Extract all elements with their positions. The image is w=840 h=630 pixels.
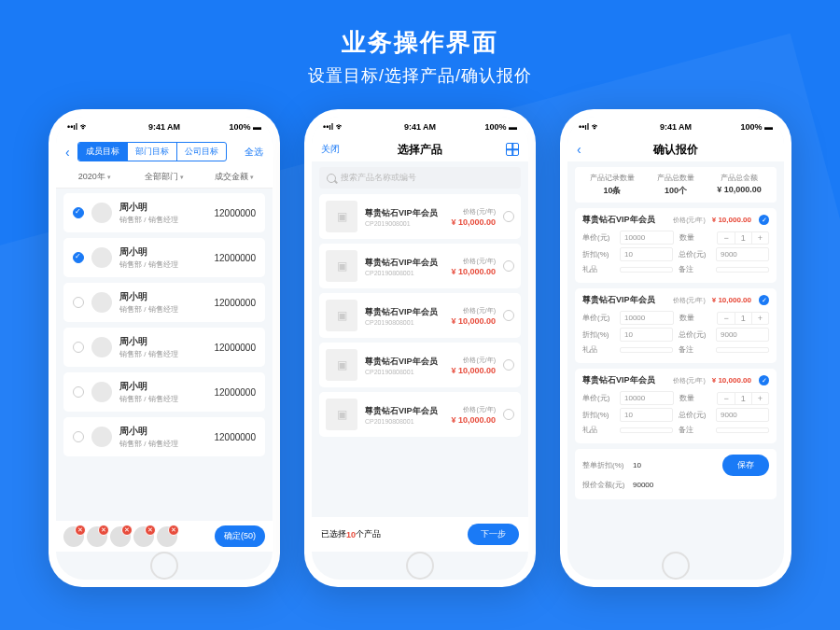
selected-avatar[interactable] (110, 526, 131, 547)
tab-company[interactable]: 公司目标 (177, 143, 226, 161)
quote-card: 尊贵钻石VIP年会员价格(元/年)¥ 10,000.00✓ 单价(元)10000… (575, 369, 777, 443)
member-row[interactable]: 周小明销售部 / 销售经理 12000000 (63, 193, 265, 232)
image-icon: ▣ (326, 349, 357, 381)
note-input[interactable] (716, 347, 769, 353)
grid-view-icon[interactable] (506, 143, 519, 156)
tab-dept[interactable]: 部门目标 (128, 143, 177, 161)
member-row[interactable]: 周小明销售部 / 销售经理 12000000 (63, 372, 265, 412)
selected-avatar[interactable] (133, 526, 154, 547)
radio-icon[interactable] (73, 297, 84, 308)
price-value: ¥ 10,000.00 (451, 267, 496, 276)
qty-stepper[interactable]: −1+ (717, 231, 769, 245)
total-input[interactable]: 9000 (716, 247, 769, 261)
discount-input[interactable]: 10 (620, 328, 673, 342)
member-row[interactable]: 周小明销售部 / 销售经理 12000000 (63, 283, 265, 322)
avatar (91, 292, 112, 313)
filter-year[interactable]: 2020年▾ (60, 171, 130, 183)
qty-stepper[interactable]: −1+ (717, 392, 769, 405)
signal-icon: ••ıl ᯤ (67, 122, 89, 132)
avatar (91, 427, 112, 447)
plus-icon[interactable]: + (752, 232, 768, 244)
next-button[interactable]: 下一步 (468, 524, 519, 545)
price-value: ¥ 10,000.00 (712, 376, 751, 385)
radio-icon[interactable] (73, 342, 84, 353)
total-input[interactable]: 9000 (716, 408, 769, 422)
member-dept: 销售部 / 销售经理 (119, 215, 207, 225)
confirm-button[interactable]: 确定(50) (215, 525, 265, 547)
radio-icon[interactable] (73, 252, 84, 263)
discount-input[interactable]: 10 (620, 247, 673, 261)
product-row[interactable]: ▣ 尊贵钻石VIP年会员CP20190808001 价格(元/年)¥ 10,00… (319, 293, 521, 338)
member-dept: 销售部 / 销售经理 (119, 439, 207, 449)
radio-icon[interactable] (503, 409, 514, 420)
price-label: 价格(元/年) (451, 405, 496, 414)
minus-icon[interactable]: − (718, 313, 734, 324)
radio-icon[interactable] (503, 310, 514, 321)
chevron-down-icon: ▾ (107, 174, 111, 181)
radio-icon[interactable] (73, 207, 84, 218)
quote-card: 尊贵钻石VIP年会员价格(元/年)¥ 10,000.00✓ 单价(元)10000… (575, 288, 777, 363)
radio-icon[interactable] (503, 359, 514, 371)
minus-icon[interactable]: − (718, 232, 734, 244)
tab-member[interactable]: 成员目标 (78, 143, 128, 161)
search-placeholder: 搜索产品名称或编号 (341, 172, 416, 184)
unit-price-input[interactable]: 10000 (620, 391, 674, 405)
status-bar: ••ıl ᯤ 9:41 AM 100% ▬ (312, 117, 528, 137)
select-all-button[interactable]: 全选 (245, 146, 263, 159)
order-discount: 10 (633, 461, 641, 469)
member-value: 12000000 (215, 298, 257, 308)
battery-icon: 100% ▬ (740, 122, 773, 132)
gift-input[interactable] (620, 267, 673, 273)
check-icon[interactable]: ✓ (759, 375, 769, 385)
member-row[interactable]: 周小明销售部 / 销售经理 12000000 (63, 238, 265, 277)
radio-icon[interactable] (73, 386, 84, 398)
filter-dept[interactable]: 全部部门▾ (130, 171, 200, 183)
member-name: 周小明 (119, 380, 207, 393)
check-icon[interactable]: ✓ (759, 295, 769, 305)
home-button[interactable] (150, 552, 178, 580)
total-input[interactable]: 9000 (716, 328, 769, 342)
product-name: 尊贵钻石VIP年会员 (365, 356, 443, 368)
order-amount: 90000 (633, 481, 653, 489)
radio-icon[interactable] (503, 260, 514, 272)
product-row[interactable]: ▣ 尊贵钻石VIP年会员CP2019008001 价格(元/年)¥ 10,000… (319, 194, 521, 239)
member-name: 周小明 (119, 201, 207, 214)
quote-title: 尊贵钻石VIP年会员 (582, 294, 655, 306)
save-button[interactable]: 保存 (722, 455, 769, 476)
quote-title: 尊贵钻石VIP年会员 (582, 214, 655, 226)
radio-icon[interactable] (73, 431, 84, 442)
gift-input[interactable] (620, 427, 673, 433)
discount-input[interactable]: 10 (620, 408, 673, 422)
member-row[interactable]: 周小明销售部 / 销售经理 12000000 (63, 328, 265, 367)
selected-avatar[interactable] (157, 526, 177, 547)
chevron-down-icon: ▾ (180, 174, 184, 181)
back-icon[interactable]: ‹ (577, 142, 581, 157)
close-button[interactable]: 关闭 (321, 143, 340, 156)
home-button[interactable] (406, 552, 434, 580)
filter-metric[interactable]: 成交金额▾ (199, 171, 269, 183)
segment-tabs: 成员目标 部门目标 公司目标 (77, 142, 227, 161)
unit-price-input[interactable]: 10000 (620, 231, 674, 245)
product-row[interactable]: ▣ 尊贵钻石VIP年会员CP20190808001 价格(元/年)¥ 10,00… (319, 392, 521, 437)
product-row[interactable]: ▣ 尊贵钻石VIP年会员CP20190808001 价格(元/年)¥ 10,00… (319, 343, 521, 387)
qty-stepper[interactable]: −1+ (717, 312, 769, 325)
nav-title: 确认报价 (653, 142, 698, 158)
check-icon[interactable]: ✓ (759, 215, 769, 225)
selected-avatar[interactable] (63, 526, 84, 547)
plus-icon[interactable]: + (752, 313, 768, 324)
home-button[interactable] (662, 552, 690, 580)
search-input[interactable]: 搜索产品名称或编号 (319, 167, 521, 189)
radio-icon[interactable] (503, 211, 514, 222)
note-input[interactable] (716, 427, 769, 433)
unit-price-input[interactable]: 10000 (620, 311, 674, 325)
minus-icon[interactable]: − (718, 393, 734, 404)
member-row[interactable]: 周小明销售部 / 销售经理 12000000 (63, 417, 265, 456)
plus-icon[interactable]: + (752, 393, 768, 404)
selected-avatar[interactable] (87, 526, 107, 547)
gift-input[interactable] (620, 347, 673, 353)
signal-icon: ••ıl ᯤ (323, 122, 344, 132)
image-icon: ▣ (326, 399, 357, 430)
back-icon[interactable]: ‹ (65, 145, 70, 160)
product-row[interactable]: ▣ 尊贵钻石VIP年会员CP20190808001 价格(元/年)¥ 10,00… (319, 244, 521, 288)
note-input[interactable] (716, 267, 769, 273)
